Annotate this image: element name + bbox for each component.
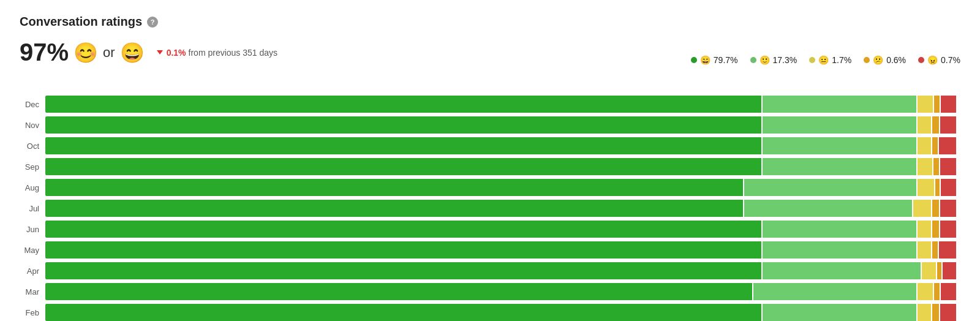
bar-aug-yellow <box>918 179 934 196</box>
bar-dec-dark_green <box>45 96 761 113</box>
bar-feb-orange <box>932 304 938 321</box>
bar-oct-yellow <box>918 137 931 154</box>
month-label-oct: Oct <box>20 142 45 151</box>
chart-row-oct: Oct <box>20 137 960 154</box>
bar-jul-light_green <box>744 200 912 217</box>
emoji-satisfied: 😊 <box>74 41 98 64</box>
chart-row-apr: Apr <box>20 262 960 279</box>
legend-emoji-2: 😐 <box>818 55 829 65</box>
month-label-may: May <box>20 246 45 255</box>
chart-row-may: May <box>20 241 960 259</box>
legend-item-2: 😐 1.7% <box>809 55 851 65</box>
chart-row-sep: Sep <box>20 158 960 175</box>
bar-nov-yellow <box>918 116 931 134</box>
legend-emoji-4: 😠 <box>927 55 938 65</box>
bar-jul-red <box>940 200 957 217</box>
bar-apr-red <box>943 262 956 279</box>
bar-may-red <box>939 241 956 259</box>
bar-may-orange <box>932 241 938 259</box>
month-label-dec: Dec <box>20 100 45 109</box>
legend-dot-1 <box>750 57 756 63</box>
legend-item-3: 😕 0.6% <box>864 55 906 65</box>
bar-jun <box>45 221 960 238</box>
bar-apr-dark_green <box>45 262 761 279</box>
bar-oct-red <box>939 137 956 154</box>
legend-pct-3: 0.6% <box>886 55 906 65</box>
chart: DecNovOctSepAugJulJunMayAprMarFebJan <box>20 96 960 321</box>
chart-row-jul: Jul <box>20 200 960 217</box>
bar-jun-orange <box>932 221 938 238</box>
bar-nov <box>45 116 960 134</box>
bar-apr-light_green <box>763 262 921 279</box>
bar-feb <box>45 304 960 321</box>
legend-item-1: 🙂 17.3% <box>750 55 797 65</box>
bar-mar-yellow <box>918 283 933 300</box>
legend-dot-3 <box>864 57 870 63</box>
chart-row-mar: Mar <box>20 283 960 300</box>
bar-mar-light_green <box>753 283 916 300</box>
bar-sep-orange <box>933 158 939 175</box>
legend-dot-2 <box>809 57 815 63</box>
bar-feb-red <box>940 304 957 321</box>
legend-dot-0 <box>691 57 697 63</box>
bar-jul-yellow <box>913 200 932 217</box>
bar-dec-orange <box>934 96 940 113</box>
title-text: Conversation ratings <box>20 15 142 29</box>
month-label-nov: Nov <box>20 121 45 130</box>
bar-dec-light_green <box>763 96 916 113</box>
bar-dec-red <box>941 96 956 113</box>
bar-mar <box>45 283 960 300</box>
bar-apr <box>45 262 960 279</box>
legend-emoji-3: 😕 <box>873 55 883 65</box>
bar-apr-yellow <box>922 262 935 279</box>
legend-item-0: 😄 79.7% <box>691 55 738 65</box>
bar-jun-yellow <box>918 221 931 238</box>
info-icon[interactable]: ? <box>147 17 158 28</box>
month-label-apr: Apr <box>20 266 45 276</box>
bar-oct-orange <box>932 137 938 154</box>
bar-jun-light_green <box>763 221 916 238</box>
bar-mar-orange <box>934 283 940 300</box>
bar-nov-orange <box>932 116 938 134</box>
month-label-jul: Jul <box>20 204 45 213</box>
chart-row-feb: Feb <box>20 304 960 321</box>
change-label: from previous 351 days <box>189 48 278 58</box>
bar-nov-red <box>940 116 957 134</box>
month-label-aug: Aug <box>20 183 45 192</box>
or-text: or <box>103 45 115 61</box>
bar-sep-dark_green <box>45 158 761 175</box>
legend-pct-2: 1.7% <box>832 55 851 65</box>
bar-mar-red <box>941 283 956 300</box>
bar-feb-dark_green <box>45 304 761 321</box>
legend: 😄 79.7% 🙂 17.3% 😐 1.7% 😕 0.6% 😠 0.7% <box>691 55 960 65</box>
bar-sep-red <box>940 158 957 175</box>
bar-oct <box>45 137 960 154</box>
month-label-jun: Jun <box>20 225 45 234</box>
bar-may-yellow <box>918 241 931 259</box>
bar-aug-red <box>941 179 956 196</box>
bar-dec-yellow <box>918 96 933 113</box>
bar-feb-light_green <box>763 304 916 321</box>
chart-row-dec: Dec <box>20 96 960 113</box>
bar-mar-dark_green <box>45 283 752 300</box>
bar-dec <box>45 96 960 113</box>
chart-row-jun: Jun <box>20 221 960 238</box>
legend-pct-1: 17.3% <box>773 55 797 65</box>
bar-oct-dark_green <box>45 137 761 154</box>
bar-jul-orange <box>932 200 938 217</box>
bar-apr-orange <box>937 262 941 279</box>
bar-aug-orange <box>935 179 940 196</box>
month-label-mar: Mar <box>20 287 45 296</box>
summary-pct: 97% <box>20 39 69 66</box>
bar-feb-yellow <box>918 304 931 321</box>
bar-jun-red <box>940 221 957 238</box>
bar-jul <box>45 200 960 217</box>
legend-pct-4: 0.7% <box>941 55 960 65</box>
legend-emoji-0: 😄 <box>700 55 710 65</box>
bar-oct-light_green <box>763 137 916 154</box>
legend-emoji-1: 🙂 <box>760 55 770 65</box>
bar-may-dark_green <box>45 241 761 259</box>
legend-pct-0: 79.7% <box>714 55 738 65</box>
emoji-very-satisfied: 😄 <box>120 41 145 64</box>
bar-aug-dark_green <box>45 179 743 196</box>
